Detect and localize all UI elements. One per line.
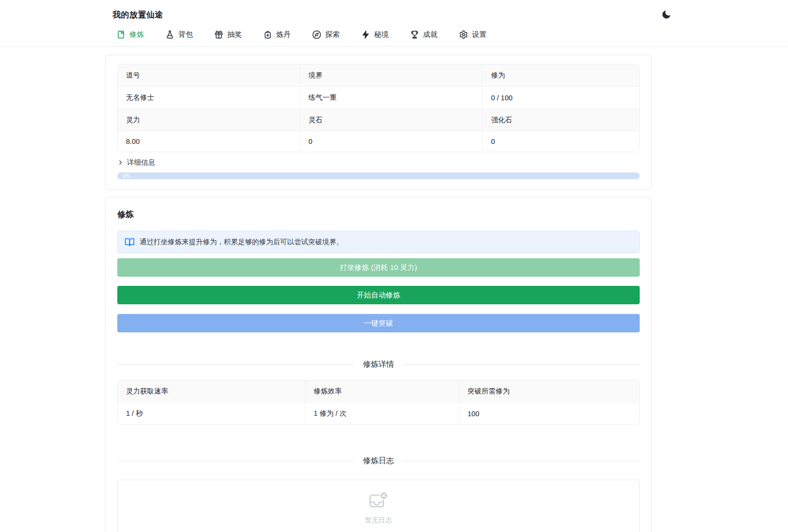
breakthrough-button[interactable]: 一键突破 bbox=[117, 314, 640, 332]
header-spirit-rate: 灵力获取速率 bbox=[118, 380, 305, 403]
table-row: 无名修士 练气一重 0 / 100 bbox=[118, 87, 639, 109]
trophy-icon bbox=[410, 30, 419, 39]
book-marked-icon bbox=[116, 30, 126, 39]
header-efficiency: 修炼效率 bbox=[305, 380, 459, 403]
character-stats-table: 道号 境界 修为 无名修士 练气一重 0 / 100 灵力 灵石 强化石 8.0… bbox=[117, 64, 640, 152]
header-dao-name: 道号 bbox=[118, 64, 300, 87]
app-header: 我的放置仙途 修炼 背包 bbox=[0, 0, 788, 47]
value-spirit-stone: 0 bbox=[300, 131, 483, 152]
log-section-divider: 修炼日志 bbox=[117, 456, 640, 466]
value-spirit-rate: 1 / 秒 bbox=[118, 403, 305, 424]
header-enhance-stone: 强化石 bbox=[483, 109, 639, 131]
tab-secret-realm[interactable]: 秘境 bbox=[361, 26, 389, 46]
book-open-icon bbox=[125, 237, 135, 247]
tab-label: 秘境 bbox=[374, 30, 389, 39]
value-realm: 练气一重 bbox=[300, 87, 483, 109]
table-row: 灵力获取速率 修炼效率 突破所需修为 bbox=[118, 380, 639, 403]
value-enhance-stone: 0 bbox=[483, 131, 639, 152]
table-row: 道号 境界 修为 bbox=[118, 64, 639, 87]
potion-jar-icon bbox=[263, 30, 272, 39]
tab-cultivation[interactable]: 修炼 bbox=[116, 26, 144, 46]
tab-backpack[interactable]: 背包 bbox=[165, 26, 193, 46]
header-cultivation: 修为 bbox=[483, 64, 639, 87]
tab-explore[interactable]: 探索 bbox=[312, 26, 340, 46]
tab-label: 设置 bbox=[472, 30, 487, 39]
log-empty-text: 暂无日志 bbox=[365, 516, 392, 525]
tab-achievements[interactable]: 成就 bbox=[410, 26, 438, 46]
value-spirit-power: 8.00 bbox=[118, 131, 300, 152]
app-title: 我的放置仙途 bbox=[112, 9, 163, 20]
value-efficiency: 1 修为 / 次 bbox=[305, 403, 459, 424]
alert-text: 通过打坐修炼来提升修为，积累足够的修为后可以尝试突破境界。 bbox=[140, 237, 344, 247]
tab-lottery[interactable]: 抽奖 bbox=[214, 26, 242, 46]
cultivation-info-alert: 通过打坐修炼来提升修为，积累足够的修为后可以尝试突破境界。 bbox=[117, 231, 640, 253]
header-realm: 境界 bbox=[300, 64, 483, 87]
progress-percent-label: 0% bbox=[123, 172, 131, 179]
details-toggle-label: 详细信息 bbox=[127, 158, 155, 167]
table-row: 8.00 0 0 bbox=[118, 131, 639, 152]
table-row: 1 / 秒 1 修为 / 次 100 bbox=[118, 403, 639, 424]
tab-alchemy[interactable]: 炼丹 bbox=[263, 26, 291, 46]
header-breakthrough-req: 突破所需修为 bbox=[459, 380, 639, 403]
gear-icon bbox=[459, 30, 468, 39]
auto-cultivate-button[interactable]: 开始自动修炼 bbox=[117, 286, 640, 304]
lightning-icon bbox=[361, 30, 370, 39]
header-spirit-stone: 灵石 bbox=[300, 109, 483, 131]
cultivation-card-title: 修炼 bbox=[117, 209, 640, 220]
value-dao-name: 无名修士 bbox=[118, 87, 300, 109]
inbox-x-icon bbox=[368, 489, 389, 511]
theme-toggle-button[interactable] bbox=[660, 8, 673, 21]
tab-label: 修炼 bbox=[129, 30, 144, 39]
chevron-right-icon bbox=[117, 159, 124, 166]
header-spirit-power: 灵力 bbox=[118, 109, 300, 131]
tab-label: 抽奖 bbox=[227, 30, 242, 39]
meditate-button[interactable]: 打坐修炼 (消耗 10 灵力) bbox=[117, 258, 640, 277]
value-breakthrough-req: 100 bbox=[459, 403, 639, 424]
character-stats-card: 道号 境界 修为 无名修士 练气一重 0 / 100 灵力 灵石 强化石 8.0… bbox=[105, 55, 652, 190]
details-divider-label: 修炼详情 bbox=[363, 360, 394, 370]
log-divider-label: 修炼日志 bbox=[363, 456, 394, 466]
compass-icon bbox=[312, 30, 321, 39]
flask-icon bbox=[165, 30, 174, 39]
moon-icon bbox=[661, 9, 672, 20]
details-toggle[interactable]: 详细信息 bbox=[117, 158, 155, 167]
tab-label: 成就 bbox=[423, 30, 438, 39]
cultivation-card: 修炼 通过打坐修炼来提升修为，积累足够的修为后可以尝试突破境界。 打坐修炼 (消… bbox=[105, 197, 652, 532]
cultivation-progress-bar: 0% bbox=[117, 172, 640, 179]
cultivation-details-table: 灵力获取速率 修炼效率 突破所需修为 1 / 秒 1 修为 / 次 100 bbox=[117, 380, 640, 425]
tab-label: 背包 bbox=[178, 30, 193, 39]
value-cultivation: 0 / 100 bbox=[483, 87, 639, 109]
tab-label: 探索 bbox=[325, 30, 340, 39]
main-content: 道号 境界 修为 无名修士 练气一重 0 / 100 灵力 灵石 强化石 8.0… bbox=[105, 55, 652, 532]
details-section-divider: 修炼详情 bbox=[117, 360, 640, 370]
tab-bar: 修炼 背包 抽奖 炼丹 bbox=[0, 22, 788, 46]
table-row: 灵力 灵石 强化石 bbox=[118, 109, 639, 131]
gift-icon bbox=[214, 30, 223, 39]
tab-settings[interactable]: 设置 bbox=[459, 26, 487, 46]
cultivation-log-empty-state: 暂无日志 bbox=[117, 480, 640, 532]
tab-label: 炼丹 bbox=[276, 30, 291, 39]
